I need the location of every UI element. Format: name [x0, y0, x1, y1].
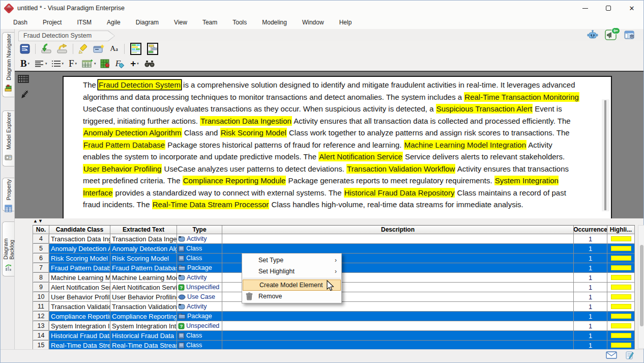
messages-envelope-icon[interactable]: [606, 351, 617, 361]
formula-icon[interactable]: F: [113, 58, 127, 70]
highlighted-term[interactable]: Suspicious Transaction Alert: [436, 104, 533, 114]
highlight-color-swatch[interactable]: [611, 256, 631, 261]
export-tray-icon[interactable]: [55, 43, 69, 55]
menu-item-diagram[interactable]: Diagram: [128, 17, 166, 28]
document-scrollbar-thumb[interactable]: [604, 100, 606, 210]
sidebar-tab-property[interactable]: Property: [2, 178, 14, 211]
row-number-cell: 11: [33, 302, 49, 312]
announcement-megaphone-icon[interactable]: 9+: [604, 30, 617, 41]
menu-item-tools[interactable]: Tools: [225, 17, 254, 28]
tab-fraud-detection-system[interactable]: Fraud Detection System: [18, 31, 115, 41]
column-header-occurrence[interactable]: Occurrence: [574, 226, 607, 234]
menu-item-team[interactable]: Team: [195, 17, 225, 28]
highlight-color-swatch[interactable]: [611, 236, 631, 241]
context-menu-item-set-highlight[interactable]: Set Highlight›: [242, 266, 341, 277]
pen-brush-icon[interactable]: [19, 89, 30, 102]
find-binoculars-icon[interactable]: [143, 58, 156, 70]
highlight-color-swatch[interactable]: [611, 275, 631, 280]
menu-item-dash[interactable]: Dash: [6, 17, 35, 28]
align-icon[interactable]: ▾: [33, 58, 48, 70]
export-diagram-icon[interactable]: [18, 43, 32, 55]
candidate-class-cell: Transaction Data Ingestion: [49, 234, 110, 244]
diagram-canvas[interactable]: The Fraud Detection System is a comprehe…: [15, 71, 643, 218]
maximize-button[interactable]: [597, 1, 620, 16]
splitter-collapse-buttons[interactable]: ▲▼: [33, 218, 43, 224]
minimize-button[interactable]: [573, 1, 597, 16]
highlighted-term[interactable]: Compliance Reporting Module: [183, 176, 286, 185]
highlighted-term[interactable]: Risk Scoring Model: [220, 128, 287, 137]
highlighted-term[interactable]: Anomaly Detection Algorithm: [83, 128, 182, 137]
highlight-color-swatch[interactable]: [611, 343, 631, 348]
highlight-color-swatch[interactable]: [611, 333, 631, 338]
highlighter-icon[interactable]: [77, 43, 90, 55]
menu-item-view[interactable]: View: [166, 17, 195, 28]
add-icon[interactable]: +▾: [128, 58, 141, 70]
highlight-color-swatch[interactable]: [611, 265, 631, 270]
table-row[interactable]: 4Transaction Data IngestionTransaction D…: [33, 234, 635, 244]
candidate-class-cell: System Integration Interface: [49, 321, 110, 331]
grid-table-icon[interactable]: [18, 75, 29, 85]
table-row[interactable]: 12Compliance Reporting ModuleCompliance …: [33, 312, 635, 321]
highlight-color-swatch[interactable]: [611, 246, 631, 251]
diagram-overview-icon[interactable]: [128, 43, 143, 55]
sidebar-tab-model-explorer[interactable]: Model Explorer: [2, 110, 14, 166]
highlight-color-swatch[interactable]: [611, 285, 631, 290]
font-case-icon[interactable]: Aa: [107, 43, 121, 55]
notes-edit-icon[interactable]: [625, 351, 634, 362]
column-header-type[interactable]: Type: [177, 226, 222, 234]
sidebar-tab-diagram-navigator[interactable]: Diagram Navigator: [2, 32, 14, 97]
context-menu-item-set-type[interactable]: Set Type›: [242, 255, 341, 266]
visual-paradigm-logo-icon: [4, 3, 14, 13]
column-header-candidateclass[interactable]: Candidate Class: [49, 226, 110, 234]
diagram-layout-icon[interactable]: [145, 43, 160, 55]
list-icon[interactable]: ▾: [50, 58, 65, 70]
sidebar-tab-diagram-backlog[interactable]: Diagram Backlog: [2, 221, 14, 276]
document-text-run: Class work together to analyze patterns …: [287, 128, 570, 137]
highlight-color-swatch[interactable]: [611, 294, 631, 299]
highlighted-term[interactable]: Fraud Pattern Database: [83, 140, 165, 150]
highlight-color-swatch[interactable]: [611, 304, 631, 309]
menu-item-window[interactable]: Window: [295, 17, 332, 28]
highlighted-term[interactable]: Transaction Data Ingestion: [200, 116, 292, 126]
type-cell: Package: [177, 312, 222, 321]
panel-splitter[interactable]: ▲▼: [15, 218, 643, 225]
menu-item-project[interactable]: Project: [35, 17, 69, 28]
highlight-color-swatch[interactable]: [611, 323, 631, 328]
menu-item-modeling[interactable]: Modeling: [254, 17, 295, 28]
panel-layout-icon[interactable]: [623, 30, 635, 41]
highlighted-term[interactable]: Real-Time Transaction Monitoring: [464, 92, 579, 102]
document-scrollbar[interactable]: [602, 99, 609, 211]
highlight-color-swatch[interactable]: [611, 314, 631, 319]
document-page[interactable]: The Fraud Detection System is a comprehe…: [63, 76, 612, 218]
font-icon[interactable]: F▾: [66, 58, 79, 70]
highlighted-term[interactable]: Alert Notification Service: [318, 152, 402, 161]
table-scrollbar[interactable]: [638, 225, 644, 349]
table-row[interactable]: 13System Integration InterfaceSystem Int…: [33, 321, 635, 331]
new-window-icon[interactable]: [92, 43, 106, 55]
table-insert-icon[interactable]: ▾: [81, 58, 97, 70]
highlighted-term[interactable]: User Behavior Profiling: [83, 164, 162, 174]
bold-icon[interactable]: B▾: [18, 58, 32, 70]
column-header-no[interactable]: No.: [33, 226, 49, 234]
menu-item-agile[interactable]: Agile: [99, 17, 128, 28]
import-tray-icon[interactable]: [39, 43, 53, 55]
highlighted-term[interactable]: Fraud Detection System: [98, 80, 181, 90]
highlighted-term[interactable]: Transaction Validation Workflow: [346, 164, 455, 174]
highlighted-term[interactable]: Historical Fraud Data Repository: [344, 188, 455, 198]
column-header-description[interactable]: Description: [222, 226, 574, 234]
color-palette-icon[interactable]: [99, 58, 112, 70]
column-header-highli[interactable]: Highli...: [607, 226, 635, 234]
table-row[interactable]: 14Historical Fraud Data RepositoryHistor…: [33, 331, 635, 341]
ai-assistant-robot-icon[interactable]: [586, 30, 599, 41]
highlighted-term[interactable]: Machine Learning Model Integration: [404, 140, 526, 150]
menu-item-itsm[interactable]: ITSM: [69, 17, 99, 28]
highlighted-term[interactable]: Real-Time Data Stream Processor: [152, 200, 270, 209]
menu-item-help[interactable]: Help: [332, 17, 360, 28]
table-row[interactable]: 5Anomaly Detection AlgorithmAnomaly Dete…: [33, 244, 635, 254]
table-scrollbar-thumb[interactable]: [640, 245, 643, 326]
highlight-cell: [607, 244, 635, 254]
close-button[interactable]: ✕: [620, 1, 643, 16]
column-header-extractedtext[interactable]: Extracted Text: [110, 226, 177, 234]
type-label: Class: [186, 255, 202, 262]
class-icon: [178, 342, 185, 349]
